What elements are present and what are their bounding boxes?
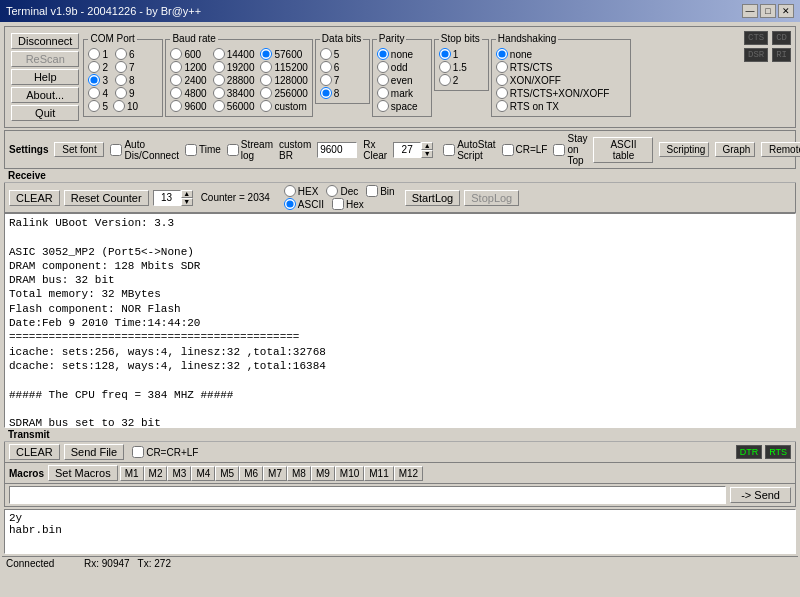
crlf-check[interactable] bbox=[502, 144, 514, 156]
stop-bits-label: Stop bits bbox=[439, 33, 482, 44]
stop15-radio[interactable] bbox=[439, 61, 451, 73]
macro-m11-button[interactable]: M11 bbox=[364, 466, 393, 481]
data8-radio[interactable] bbox=[320, 87, 332, 99]
receive-spin-input[interactable] bbox=[153, 190, 181, 206]
stream-log-check[interactable] bbox=[227, 144, 239, 156]
custom-br-input[interactable] bbox=[317, 142, 357, 158]
baud115200-radio[interactable] bbox=[260, 61, 272, 73]
receive-clear-button[interactable]: CLEAR bbox=[9, 190, 60, 206]
parity-space-radio[interactable] bbox=[377, 100, 389, 112]
macro-input-area[interactable]: 2y habr.bin bbox=[4, 509, 796, 554]
set-macros-button[interactable]: Set Macros bbox=[48, 465, 118, 481]
transmit-bar: CLEAR Send File CR=CR+LF DTR RTS bbox=[4, 442, 796, 463]
parity-odd-radio[interactable] bbox=[377, 61, 389, 73]
baud38400-radio[interactable] bbox=[213, 87, 225, 99]
about-button[interactable]: About... bbox=[11, 87, 79, 103]
macro-m7-button[interactable]: M7 bbox=[263, 466, 287, 481]
macro-m3-button[interactable]: M3 bbox=[167, 466, 191, 481]
minimize-button[interactable]: — bbox=[742, 4, 758, 18]
hex-check[interactable] bbox=[332, 198, 344, 210]
spin-down[interactable]: ▼ bbox=[421, 150, 433, 158]
hand-both-radio[interactable] bbox=[496, 87, 508, 99]
macro-m2-button[interactable]: M2 bbox=[144, 466, 168, 481]
baud256000-radio[interactable] bbox=[260, 87, 272, 99]
disconnect-button[interactable]: Disconnect bbox=[11, 33, 79, 49]
com3-radio[interactable] bbox=[88, 74, 100, 86]
terminal-line: DRAM component: 128 Mbits SDR bbox=[9, 259, 791, 273]
baud57600-radio[interactable] bbox=[260, 48, 272, 60]
rescan-button[interactable]: ReScan bbox=[11, 51, 79, 67]
macro-m4-button[interactable]: M4 bbox=[191, 466, 215, 481]
macro-m9-button[interactable]: M9 bbox=[311, 466, 335, 481]
help-button[interactable]: Help bbox=[11, 69, 79, 85]
hand-rtson-radio[interactable] bbox=[496, 100, 508, 112]
ascii-table-button[interactable]: ASCII table bbox=[593, 137, 653, 163]
baud9600-radio[interactable] bbox=[170, 100, 182, 112]
com10-radio[interactable] bbox=[113, 100, 125, 112]
com9-radio[interactable] bbox=[115, 87, 127, 99]
scripting-button[interactable]: Scripting bbox=[659, 142, 709, 157]
stop1-radio[interactable] bbox=[439, 48, 451, 60]
auto-disconnect-check[interactable] bbox=[110, 144, 122, 156]
transmit-clear-button[interactable]: CLEAR bbox=[9, 444, 60, 460]
baud14400-radio[interactable] bbox=[213, 48, 225, 60]
remote-button[interactable]: Remote bbox=[761, 142, 800, 157]
com7-radio[interactable] bbox=[115, 61, 127, 73]
quit-button[interactable]: Quit bbox=[11, 105, 79, 121]
spin-up[interactable]: ▲ bbox=[421, 142, 433, 150]
com1-radio[interactable] bbox=[88, 48, 100, 60]
stop2-radio[interactable] bbox=[439, 74, 451, 86]
cr-crlf-check[interactable] bbox=[132, 446, 144, 458]
baud1200-radio[interactable] bbox=[170, 61, 182, 73]
macro-m1-button[interactable]: M1 bbox=[120, 466, 144, 481]
maximize-button[interactable]: □ bbox=[760, 4, 776, 18]
baud4800-radio[interactable] bbox=[170, 87, 182, 99]
com6-radio[interactable] bbox=[115, 48, 127, 60]
send-button[interactable]: -> Send bbox=[730, 487, 791, 503]
hex-radio[interactable] bbox=[284, 185, 296, 197]
baud128000-radio[interactable] bbox=[260, 74, 272, 86]
com5-radio[interactable] bbox=[88, 100, 100, 112]
start-log-button[interactable]: StartLog bbox=[405, 190, 461, 206]
macro-m5-button[interactable]: M5 bbox=[215, 466, 239, 481]
baud19200-radio[interactable] bbox=[213, 61, 225, 73]
data6-radio[interactable] bbox=[320, 61, 332, 73]
ascii-radio[interactable] bbox=[284, 198, 296, 210]
time-check[interactable] bbox=[185, 144, 197, 156]
baud56000-radio[interactable] bbox=[213, 100, 225, 112]
parity-mark-radio[interactable] bbox=[377, 87, 389, 99]
set-font-button[interactable]: Set font bbox=[54, 142, 104, 157]
receive-spin-down[interactable]: ▼ bbox=[181, 198, 193, 206]
autostat-check[interactable] bbox=[443, 144, 455, 156]
spin-input[interactable] bbox=[393, 142, 421, 158]
hand-rtscts-radio[interactable] bbox=[496, 61, 508, 73]
macro-m8-button[interactable]: M8 bbox=[287, 466, 311, 481]
graph-button[interactable]: Graph bbox=[715, 142, 755, 157]
send-text-input[interactable] bbox=[9, 486, 726, 504]
macro-m12-button[interactable]: M12 bbox=[394, 466, 423, 481]
com2-radio[interactable] bbox=[88, 61, 100, 73]
data7-radio[interactable] bbox=[320, 74, 332, 86]
stay-on-top-check[interactable] bbox=[553, 144, 565, 156]
baud-custom-radio[interactable] bbox=[260, 100, 272, 112]
com8-radio[interactable] bbox=[115, 74, 127, 86]
macro-m10-button[interactable]: M10 bbox=[335, 466, 364, 481]
parity-none-radio[interactable] bbox=[377, 48, 389, 60]
baud600-radio[interactable] bbox=[170, 48, 182, 60]
receive-spin-up[interactable]: ▲ bbox=[181, 190, 193, 198]
data5-radio[interactable] bbox=[320, 48, 332, 60]
com4-radio[interactable] bbox=[88, 87, 100, 99]
hand-xon-radio[interactable] bbox=[496, 74, 508, 86]
send-file-button[interactable]: Send File bbox=[64, 444, 124, 460]
close-button[interactable]: ✕ bbox=[778, 4, 794, 18]
baud28800-radio[interactable] bbox=[213, 74, 225, 86]
baud2400-radio[interactable] bbox=[170, 74, 182, 86]
dec-radio[interactable] bbox=[326, 185, 338, 197]
macro-m6-button[interactable]: M6 bbox=[239, 466, 263, 481]
hand-none-radio[interactable] bbox=[496, 48, 508, 60]
parity-even-radio[interactable] bbox=[377, 74, 389, 86]
bin-check[interactable] bbox=[366, 185, 378, 197]
receive-bar: CLEAR Reset Counter ▲ ▼ Counter = 2034 H… bbox=[4, 183, 796, 213]
stop-log-button[interactable]: StopLog bbox=[464, 190, 519, 206]
reset-counter-button[interactable]: Reset Counter bbox=[64, 190, 149, 206]
